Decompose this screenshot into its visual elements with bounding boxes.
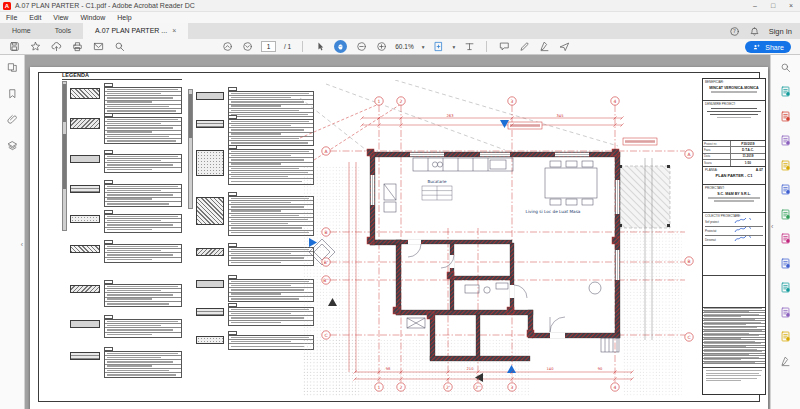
floor-plan-drawing: 1234122'2''34ABB'B''CABC BucatarieLiving…	[300, 80, 705, 398]
svg-text:B: B	[324, 230, 327, 235]
email-icon[interactable]	[92, 41, 104, 53]
zoom-dropdown-caret[interactable]: ▾	[422, 44, 425, 50]
fill-sign-icon[interactable]	[780, 233, 792, 245]
signature-row: Desenat	[705, 236, 763, 244]
notes-block	[703, 368, 765, 394]
pdf-page: LEGENDA	[30, 67, 768, 409]
export-pdf-icon[interactable]	[780, 86, 792, 98]
acrobat-reader-window: A A.07 PLAN PARTER - C1.pdf - Adobe Acro…	[0, 0, 800, 409]
title-block: BENEFICIAR: MINCAT VERONICA-MONICA DENUM…	[702, 78, 766, 395]
legend-item-table	[104, 87, 182, 114]
zoom-level-value[interactable]: 60.1%	[395, 43, 413, 50]
acrobat-logo-icon: A	[3, 2, 11, 10]
page-down-icon[interactable]	[241, 41, 253, 53]
windows	[371, 153, 620, 280]
svg-text:4: 4	[614, 385, 617, 390]
collapse-left-panel-arrow[interactable]: ‹	[21, 241, 23, 248]
print-icon[interactable]	[71, 41, 83, 53]
legend-item-table	[104, 244, 182, 263]
main-toolbar: 1/ 160.1%▾▾ Share	[0, 39, 800, 55]
page-fit-icon[interactable]	[432, 41, 444, 53]
window-title: A.07 PLAN PARTER - C1.pdf - Adobe Acroba…	[15, 2, 195, 9]
minimize-button[interactable]: –	[746, 2, 764, 9]
page-up-icon[interactable]	[221, 41, 233, 53]
search-tools-icon[interactable]	[780, 61, 792, 73]
attachments-icon[interactable]	[6, 113, 18, 125]
zoom-in-icon[interactable]	[375, 41, 387, 53]
signature-row: Proiectat	[705, 227, 763, 236]
svg-text:90: 90	[598, 367, 603, 371]
tab-a-07-plan-parter-[interactable]: A.07 PLAN PARTER ...×	[83, 23, 188, 39]
tab-home[interactable]: Home	[0, 23, 43, 39]
measure-icon[interactable]	[780, 306, 792, 318]
share-button[interactable]: Share	[745, 41, 791, 53]
right-tools-panel: ‹	[770, 55, 800, 409]
menu-view[interactable]: View	[47, 14, 74, 21]
svg-text:210: 210	[467, 367, 475, 371]
sign-in-button[interactable]: Sign In	[769, 27, 792, 36]
edit-pdf-icon[interactable]	[780, 135, 792, 147]
compress-icon[interactable]	[780, 282, 792, 294]
signature-icon[interactable]	[538, 41, 550, 53]
pencil-icon[interactable]	[518, 41, 530, 53]
site-boundary-lines	[300, 80, 618, 153]
svg-text:C: C	[687, 335, 690, 340]
info-row: Scara1:50	[703, 160, 765, 165]
svg-text:345: 345	[557, 114, 564, 118]
annotation-tags	[508, 122, 657, 145]
zoom-out-icon[interactable]	[355, 41, 367, 53]
tab-tools[interactable]: Tools	[43, 23, 83, 39]
help-icon[interactable]: ?	[729, 25, 741, 37]
more-tools-icon[interactable]	[780, 355, 792, 367]
bookmarks-icon[interactable]	[6, 87, 18, 99]
page-count: / 1	[284, 43, 291, 50]
notifications-bell-icon[interactable]	[749, 25, 761, 37]
cloud-upload-icon[interactable]	[50, 41, 62, 53]
comment-icon[interactable]	[498, 41, 510, 53]
menu-edit[interactable]: Edit	[23, 14, 47, 21]
plansa-number: A.07	[756, 168, 763, 172]
legend-item-table	[104, 117, 182, 144]
legend-item-table	[104, 184, 182, 207]
left-navigation-panel: ‹	[0, 55, 25, 409]
document-area[interactable]: LEGENDA	[25, 55, 770, 409]
combine-files-icon[interactable]	[780, 184, 792, 196]
page-number-input[interactable]: 1	[261, 41, 276, 52]
protect-icon[interactable]	[780, 257, 792, 269]
comment-tool-icon[interactable]	[780, 159, 792, 171]
star-icon[interactable]	[29, 41, 41, 53]
beneficiar-name: MINCAT VERONICA-MONICA	[705, 86, 763, 90]
organize-pages-icon[interactable]	[780, 208, 792, 220]
svg-text:Bucatarie: Bucatarie	[427, 179, 447, 184]
reading-mode-icon[interactable]	[463, 41, 475, 53]
stamp-icon[interactable]	[780, 331, 792, 343]
signature-scribble	[734, 218, 752, 226]
legend-item-table	[104, 319, 182, 338]
svg-text:B'': B''	[323, 278, 329, 283]
maximize-button[interactable]: □	[764, 2, 782, 9]
page-thumbnails-icon[interactable]	[6, 61, 18, 73]
title-bar: A A.07 PLAN PARTER - C1.pdf - Adobe Acro…	[0, 0, 800, 12]
menu-help[interactable]: Help	[111, 14, 137, 21]
search-icon[interactable]	[113, 41, 125, 53]
pointer-icon[interactable]	[314, 41, 326, 53]
expand-right-panel-arrow[interactable]: ‹	[771, 223, 773, 230]
fit-dropdown-caret[interactable]: ▾	[452, 44, 455, 50]
close-button[interactable]: ×	[782, 2, 800, 9]
menu-window[interactable]: Window	[74, 14, 111, 21]
tab-close-icon[interactable]: ×	[172, 23, 176, 39]
legend-item-table	[104, 351, 182, 378]
svg-text:3: 3	[511, 385, 514, 390]
tab-label: A.07 PLAN PARTER ...	[95, 23, 167, 39]
save-icon[interactable]	[8, 41, 20, 53]
walls	[370, 152, 620, 361]
svg-text:1: 1	[378, 385, 381, 390]
area-table	[703, 308, 765, 368]
tab-label: Tools	[55, 23, 71, 39]
hand-tool-active[interactable]	[334, 40, 347, 53]
menu-file[interactable]: File	[0, 14, 23, 21]
layers-icon[interactable]	[6, 139, 18, 151]
send-icon[interactable]	[558, 41, 570, 53]
svg-text:2: 2	[400, 385, 403, 390]
create-pdf-icon[interactable]	[780, 110, 792, 122]
